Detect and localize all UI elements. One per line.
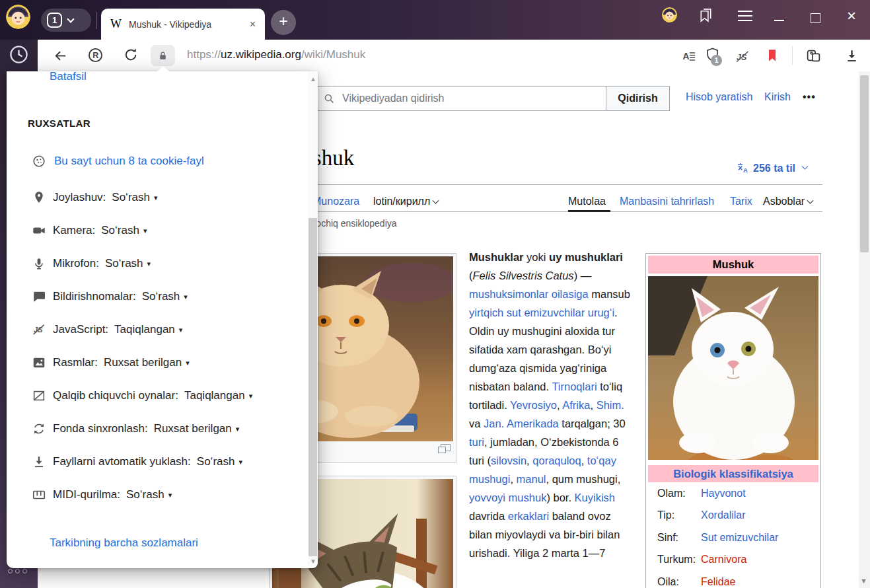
details-link[interactable]: Batafsil [50,70,87,83]
dropdown-caret-icon[interactable]: ▾ [179,326,183,334]
permission-value-dropdown[interactable]: Taqiqlangan [184,389,245,402]
scroll-down-arrow-icon[interactable]: ▼ [860,577,867,585]
taxon-link[interactable]: Hayvonot [701,488,746,499]
tab-munozara[interactable]: Munozara [312,196,359,207]
permission-value-dropdown[interactable]: So‘rash [197,455,235,468]
permission-row-sync: Fonda sinxronlash:Ruxsat berilgan▾ [7,412,307,445]
bookmark-page-icon[interactable] [765,47,779,64]
language-selector-button[interactable]: 256 ta til [737,162,807,174]
panel-scrollbar-thumb[interactable] [308,218,317,556]
more-options-dots[interactable]: ••• [803,91,816,103]
minimize-button[interactable] [774,20,784,21]
cookies-link[interactable]: Bu sayt uchun 8 ta cookie-fayl [54,155,204,168]
sidebar-more-dots[interactable] [8,569,27,573]
permission-row-mic: Mikrofon:So‘rash▾ [7,247,307,280]
site-permissions-button[interactable] [151,45,175,66]
wiki-link[interactable]: silovsin [491,455,526,466]
permission-value-dropdown[interactable]: Taqiqlangan [114,323,175,336]
dropdown-caret-icon[interactable]: ▾ [238,458,242,466]
wiki-link[interactable]: Kuyikish [575,492,615,503]
search-input[interactable] [341,92,599,105]
permission-value-dropdown[interactable]: So‘rash [101,224,139,237]
yandex-search-icon[interactable] [87,47,104,63]
refresh-icon[interactable] [123,47,139,63]
enlarge-icon[interactable] [441,444,451,451]
white-kitten-photo[interactable] [648,276,818,460]
history-clock-icon[interactable] [9,45,28,64]
wiki-link[interactable]: manul [517,473,546,485]
user-avatar[interactable] [6,5,30,29]
wiki-link[interactable]: turi [469,436,484,448]
permission-row-popup: Qalqib chiquvchi oynalar:Taqiqlangan▾ [7,379,307,412]
tab-mutolaa[interactable]: Mutolaa [568,196,606,207]
wiki-link[interactable]: Yevrosiyo [510,399,557,411]
active-tab-underline [568,210,610,212]
tab-close-icon[interactable]: × [250,18,256,30]
taxon-link[interactable]: Carnivora [701,554,746,566]
scroll-up-arrow-icon[interactable]: ▲ [310,75,316,83]
dropdown-caret-icon[interactable]: ▾ [186,359,190,367]
permission-value-dropdown[interactable]: So‘rash [126,488,164,501]
create-account-link[interactable]: Hisob yaratish [686,91,752,103]
collections-icon[interactable] [805,48,822,64]
maximize-button[interactable] [811,13,820,23]
dropdown-caret-icon[interactable]: ▾ [236,425,240,433]
permission-value-dropdown[interactable]: Ruxsat berilgan [154,422,232,435]
wiki-link[interactable]: Jan. Amerikada [484,418,559,429]
permission-value-dropdown[interactable]: Ruxsat berilgan [104,356,182,369]
chevron-down-icon[interactable] [67,15,74,22]
article-text: , qum mushugi, [546,473,621,485]
wiki-link[interactable]: yovvoyi mushuk [469,492,546,503]
tab-variant[interactable]: lotin/кирилл [373,196,438,207]
menu-icon[interactable] [738,11,752,21]
wiki-link[interactable]: Afrika [562,399,590,411]
taxon-link[interactable]: Xordalilar [701,509,746,521]
wiki-link[interactable]: erkaklari [508,510,549,522]
login-link[interactable]: Kirish [764,91,791,103]
back-icon[interactable] [53,48,68,63]
permission-value-dropdown[interactable]: So‘rash [112,191,150,204]
wiki-link[interactable]: mushuksimonlar oilasiga [469,288,589,300]
wiki-link[interactable]: Tirnoqlari [552,381,597,392]
permission-label: Mikrofon: [53,257,99,270]
page-scrollbar-thumb[interactable] [860,75,869,252]
dropdown-caret-icon[interactable]: ▾ [184,293,188,301]
dropdown-caret-icon[interactable]: ▾ [147,260,151,268]
article-text: , [510,473,516,485]
permission-value-dropdown[interactable]: So‘rash [142,290,180,303]
tab-group-pill[interactable]: 1 [41,9,91,32]
search-icon [323,92,335,104]
active-tab[interactable]: W Mushuk - Vikipediya × [101,9,265,40]
reader-mode-icon[interactable] [682,49,696,63]
js-icon [32,322,46,337]
tab-count-badge[interactable]: 1 [47,13,62,28]
new-tab-button[interactable]: + [271,10,296,35]
dropdown-caret-icon[interactable]: ▾ [143,227,147,235]
dropdown-caret-icon[interactable]: ▾ [249,392,253,400]
permission-row-chat: Bildirishnomalar:So‘rash▾ [7,280,307,313]
all-content-settings-link[interactable]: Tarkibning barcha sozlamalari [50,536,198,550]
tab-history[interactable]: Tarix [730,196,752,207]
search-button[interactable]: Qidirish [606,86,670,111]
downloads-icon[interactable] [844,48,859,63]
wiki-link[interactable]: yirtqich sut emizuvchilar urug‘i [469,307,614,318]
profile-avatar-small[interactable] [662,7,677,22]
dropdown-caret-icon[interactable]: ▾ [154,194,158,202]
permission-row-midi: MIDI-qurilma:So‘rash▾ [7,478,307,511]
protect-shield-button[interactable]: 1 [704,46,724,67]
taxon-link[interactable]: Felidae [701,576,735,588]
bookmarks-panel-icon[interactable] [698,7,713,23]
wiki-search-box[interactable] [316,86,606,111]
tab-edit-source[interactable]: Manbasini tahrirlash [620,196,714,207]
address-bar[interactable]: https://uz.wikipedia.org/wiki/Mushuk [187,48,365,61]
cookies-row[interactable]: Bu sayt uchun 8 ta cookie-fayl [32,154,204,168]
permission-value-dropdown[interactable]: So‘rash [105,257,143,270]
wiki-link[interactable]: Shim. [597,399,624,411]
taxon-link[interactable]: Sut emizuvchilar [701,532,778,544]
dropdown-caret-icon[interactable]: ▾ [168,491,172,499]
javascript-blocked-icon[interactable] [735,49,750,65]
wiki-link[interactable]: qoraquloq [532,455,581,466]
tab-tools[interactable]: Asboblar [763,196,813,207]
close-button[interactable]: × [847,7,856,25]
scroll-down-arrow-icon[interactable]: ▼ [310,558,316,565]
